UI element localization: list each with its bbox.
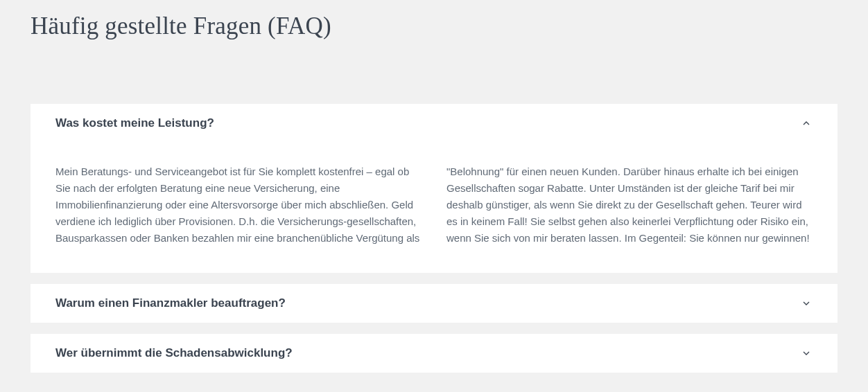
- chevron-up-icon: [800, 117, 813, 130]
- faq-question: Was kostet meine Leistung?: [55, 116, 214, 130]
- faq-question: Warum einen Finanzmakler beauftragen?: [55, 296, 286, 310]
- faq-item: Was kostet meine Leistung? Mein Beratung…: [31, 104, 837, 273]
- faq-toggle[interactable]: Wer übernimmt die Schadensabwicklung?: [31, 334, 837, 373]
- faq-item: Wer übernimmt die Schadensabwicklung?: [31, 334, 837, 373]
- faq-accordion: Was kostet meine Leistung? Mein Beratung…: [31, 104, 837, 373]
- faq-toggle[interactable]: Was kostet meine Leistung?: [31, 104, 837, 143]
- faq-question: Wer übernimmt die Schadensabwicklung?: [55, 346, 293, 360]
- faq-item: Warum einen Finanzmakler beauftragen?: [31, 284, 837, 323]
- chevron-down-icon: [800, 297, 813, 310]
- page-title: Häufig gestellte Fragen (FAQ): [31, 12, 837, 40]
- faq-toggle[interactable]: Warum einen Finanzmakler beauftragen?: [31, 284, 837, 323]
- chevron-down-icon: [800, 347, 813, 359]
- faq-answer: Mein Beratungs- und Serviceangebot ist f…: [31, 143, 837, 273]
